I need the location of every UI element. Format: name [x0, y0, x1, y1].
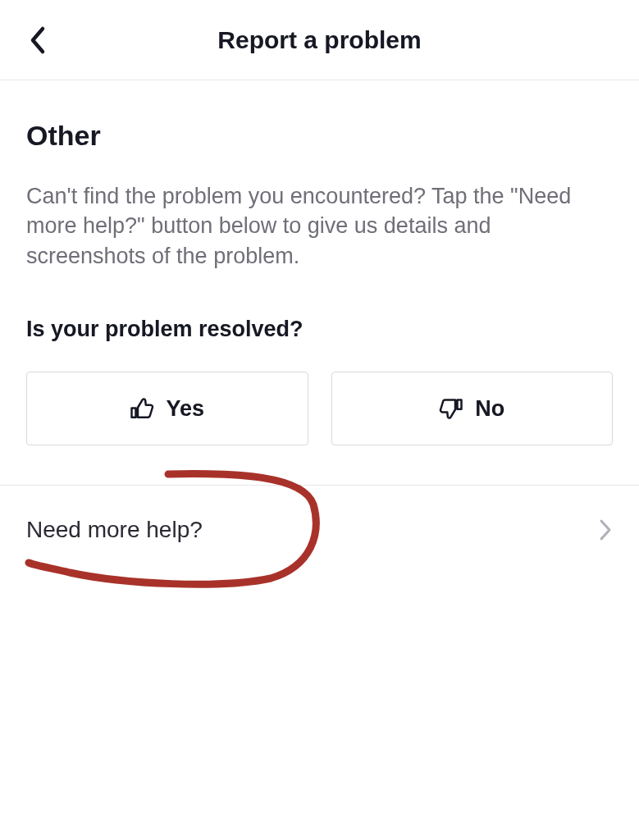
page-header: Report a problem: [0, 0, 639, 80]
chevron-left-icon: [27, 25, 48, 55]
chevron-right-icon: [598, 518, 613, 542]
no-button[interactable]: No: [331, 372, 614, 445]
yes-button[interactable]: Yes: [26, 372, 308, 445]
content-area: Other Can't find the problem you encount…: [0, 120, 639, 574]
choice-button-row: Yes No: [26, 372, 613, 445]
section-description: Can't find the problem you encountered? …: [26, 181, 613, 271]
no-button-label: No: [475, 396, 504, 422]
need-more-help-row[interactable]: Need more help?: [26, 486, 613, 574]
thumbs-up-icon: [130, 396, 154, 421]
section-heading: Other: [26, 120, 613, 152]
resolved-prompt: Is your problem resolved?: [26, 317, 613, 342]
page-title: Report a problem: [217, 26, 421, 54]
yes-button-label: Yes: [166, 396, 204, 422]
back-button[interactable]: [23, 25, 52, 55]
need-more-help-label: Need more help?: [26, 517, 203, 543]
thumbs-down-icon: [439, 396, 463, 421]
